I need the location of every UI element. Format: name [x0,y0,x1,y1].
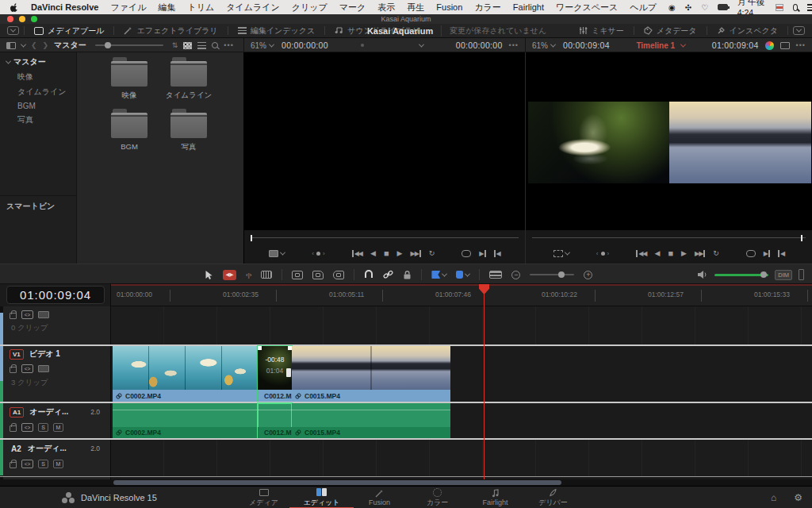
source-play-button[interactable]: ▶ [397,249,403,257]
display-icon[interactable]: ✣ [685,3,691,12]
selection-tool-icon[interactable] [205,270,213,280]
video-clip-c0015[interactable]: C0015.MP4 [292,346,450,402]
mute-button[interactable]: M [53,423,63,432]
timeline-step-back-button[interactable]: ◀ [654,249,660,257]
media-search-button[interactable] [212,42,218,48]
bin-tree-item-video[interactable]: 映像 [0,67,76,83]
zoom-out-button[interactable]: − [511,271,520,279]
toggle-page-toolbar-button[interactable] [7,26,19,35]
edit-index-toggle[interactable]: 編集インデックス [228,24,324,37]
timeline-scrub-bar[interactable] [532,235,806,241]
folder-timeline[interactable]: タイムライン [163,61,215,101]
scrollbar-thumb[interactable] [113,480,561,485]
media-pool-options-button[interactable]: ••• [224,41,233,49]
track-a2-title-row[interactable]: A2 オーディ... 2.0 [11,443,108,454]
timeline-play-to-out-button[interactable]: ▶ [764,250,770,257]
video-clip-c0002[interactable]: C0002.MP4 [113,346,258,402]
replace-clip-button[interactable] [333,271,344,279]
menu-file[interactable]: ファイル [110,2,146,13]
dynamic-trim-mode-button[interactable]: ‹|› [246,271,251,279]
menu-color[interactable]: カラー [474,2,501,13]
track-v2-lane[interactable] [111,306,812,344]
battery-icon[interactable] [718,4,728,10]
grid-view-button[interactable] [183,42,192,49]
timeline-zoom-chevron-icon[interactable] [550,41,556,47]
snapping-button[interactable] [364,270,373,279]
track-a1-lane[interactable]: C0002.MP4 C0012.M... C0015.MP4 [111,403,812,438]
auto-select-icon[interactable]: <> [21,460,33,468]
folder-photo[interactable]: 写真 [163,113,215,152]
timeline-horizontal-scrollbar[interactable] [0,479,812,486]
timeline-current-timecode[interactable]: 01:00:09:04 [6,286,105,304]
input-source-flag-icon[interactable] [776,4,783,11]
audio-clip-c0015[interactable]: C0015.MP4 [292,403,450,438]
page-tab-color[interactable]: カラー [408,487,466,508]
toggle-right-panel-button[interactable] [793,26,805,35]
timeline-view-options-button[interactable] [489,271,502,279]
zoom-in-button[interactable]: + [584,271,592,279]
bin-tree-item-bgm[interactable]: BGM [0,98,76,110]
disable-track-icon[interactable] [38,365,49,372]
track-a2-lane[interactable] [111,440,812,476]
source-jog-control[interactable]: ‹› [312,250,324,257]
menu-fairlight[interactable]: Fairlight [513,2,544,12]
menu-app-name[interactable]: DaVinci Resolve [31,2,98,12]
source-play-to-out-button[interactable]: ▶ [479,250,485,257]
bin-view-panel-icon[interactable] [6,42,16,49]
audio-meter-toggle-icon[interactable] [799,269,804,280]
expand-viewer-icon[interactable] [780,42,790,49]
heart-icon[interactable]: ♡ [701,3,708,12]
timeline-zoom-level[interactable]: 61% [532,41,548,50]
source-zoom-level[interactable]: 61% [251,41,266,50]
flag-button[interactable] [431,271,446,279]
mute-button[interactable]: M [53,460,63,468]
dim-button[interactable]: DIM [775,270,792,280]
menu-edit[interactable]: 編集 [158,2,175,13]
source-zoom-chevron-icon[interactable] [269,41,274,47]
volume-automation-line[interactable] [113,410,258,410]
source-step-back-button[interactable]: ◀ [370,249,376,257]
source-goto-last-frame-button[interactable]: ▶▶ [410,250,420,257]
lock-track-icon[interactable] [10,367,17,373]
inspector-toggle[interactable]: インスペクタ [707,25,787,37]
menu-fusion[interactable]: Fusion [436,2,462,12]
timeline-name-dropdown[interactable]: Timeline 1 [636,41,675,50]
insert-clip-button[interactable] [292,271,303,279]
audio-clip-c0012-selected[interactable]: C0012.M... [258,403,292,438]
source-scrub-bar[interactable] [251,235,519,241]
auto-select-icon[interactable]: <> [21,364,33,373]
menu-help[interactable]: ヘルプ [630,2,657,13]
source-viewer-screen[interactable] [244,52,525,230]
auto-select-icon[interactable]: <> [21,423,33,432]
timeline-jog-control[interactable]: ‹› [596,250,609,257]
audio-clip-c0002[interactable]: C0002.MP4 [113,403,258,438]
timeline-loop-button[interactable]: ↻ [713,249,719,257]
solo-button[interactable]: S [38,460,48,468]
timeline-stop-button[interactable]: ■ [668,248,673,258]
speaker-icon[interactable] [698,270,708,279]
bin-back-button[interactable]: ❮ [31,41,37,49]
lock-track-icon[interactable] [10,462,17,468]
source-stop-button[interactable]: ■ [384,248,389,258]
screen-record-icon[interactable]: ◉ [668,3,676,12]
menu-clip[interactable]: クリップ [292,2,327,13]
timeline-play-button[interactable]: ▶ [681,249,687,257]
media-pool-toggle[interactable]: メディアプール [25,24,113,37]
timeline-viewer-screen[interactable] [526,52,812,230]
master-expand-chevron[interactable] [6,58,11,64]
link-clips-button[interactable] [383,270,393,279]
metadata-toggle[interactable]: メタデータ [634,25,707,37]
source-scrub-playhead[interactable] [251,235,252,241]
volume-automation-line[interactable] [258,410,292,410]
mixer-toggle[interactable]: ミキサー [569,25,634,37]
menu-mark[interactable]: マーク [339,2,366,13]
bin-tree-item-photo[interactable]: 写真 [0,110,76,125]
source-loop-button[interactable]: ↻ [429,249,435,257]
solo-button[interactable]: S [38,423,48,432]
auto-select-icon[interactable]: <> [21,310,33,319]
marker-button[interactable] [456,271,469,279]
folder-bgm[interactable]: BGM [103,113,155,151]
smart-bin-label[interactable]: スマートビン [6,201,55,212]
lock-track-icon[interactable] [10,425,17,432]
bin-view-chevron-icon[interactable] [21,41,26,47]
